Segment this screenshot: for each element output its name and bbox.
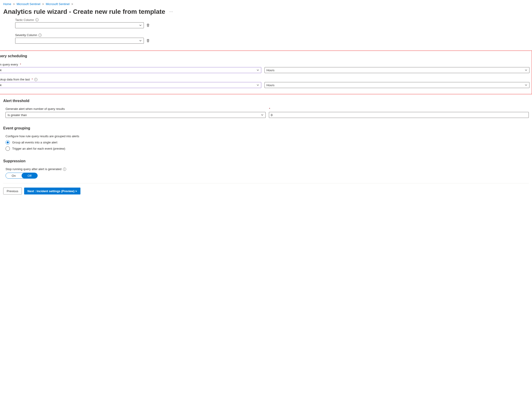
run-query-label: Run query every [0, 63, 18, 66]
radio-trigger-each[interactable]: Trigger an alert for each event (preview… [5, 146, 529, 151]
required-asterisk: * [32, 78, 33, 81]
suppression-toggle[interactable]: On Off [5, 173, 38, 179]
radio-group-single[interactable]: Group all events into a single alert [5, 140, 529, 145]
severity-column-dropdown[interactable] [15, 38, 144, 44]
chevron-down-icon [257, 69, 259, 72]
breadcrumb-home[interactable]: Home [3, 2, 11, 6]
breadcrumb-sentinel-2[interactable]: Microsoft Sentinel [46, 2, 69, 6]
radio-label: Group all events into a single alert [12, 141, 57, 144]
tactic-column-dropdown[interactable] [15, 22, 144, 28]
lookup-value-dropdown[interactable]: 24 [0, 82, 261, 88]
run-query-value-dropdown[interactable]: 24 [0, 67, 261, 73]
suppression-label: Stop running query after alert is genera… [5, 167, 62, 171]
delete-icon[interactable] [146, 39, 150, 42]
threshold-label: Generate alert when number of query resu… [5, 107, 265, 111]
next-button[interactable]: Next : Incident settings (Preview) > [24, 187, 81, 194]
chevron-down-icon [139, 39, 142, 42]
required-asterisk: * [269, 107, 529, 111]
query-scheduling-section: Query scheduling Run query every * 24 Ho… [0, 51, 532, 94]
info-icon[interactable]: i [34, 78, 37, 81]
threshold-value-input[interactable] [269, 112, 529, 118]
previous-button[interactable]: Previous [3, 187, 22, 194]
chevron-right-icon: > [72, 2, 73, 6]
toggle-off-label: Off [22, 173, 37, 178]
event-grouping-section: Event grouping Configure how rule query … [3, 126, 529, 151]
section-title-grouping: Event grouping [3, 126, 529, 130]
lookup-label: Lookup data from the last [0, 78, 30, 81]
breadcrumb-sentinel-1[interactable]: Microsoft Sentinel [16, 2, 40, 6]
chevron-right-icon: > [42, 2, 44, 6]
section-title-threshold: Alert threshold [3, 99, 529, 103]
required-asterisk: * [20, 63, 21, 66]
breadcrumb: Home > Microsoft Sentinel > Microsoft Se… [3, 2, 529, 6]
lookup-unit-dropdown[interactable]: Hours [264, 82, 530, 88]
radio-label: Trigger an alert for each event (preview… [12, 147, 65, 150]
info-icon[interactable]: i [38, 34, 41, 37]
page-title: Analytics rule wizard - Create new rule … [3, 8, 165, 16]
chevron-down-icon [525, 69, 527, 72]
threshold-operator-dropdown[interactable]: Is greater than [5, 112, 266, 118]
radio-icon [5, 140, 10, 145]
chevron-down-icon [139, 24, 142, 27]
chevron-right-icon: > [13, 2, 15, 6]
section-title-scheduling: Query scheduling [0, 54, 529, 58]
grouping-helper: Configure how rule query results are gro… [5, 135, 529, 138]
suppression-section: Suppression Stop running query after ale… [3, 159, 529, 179]
delete-icon[interactable] [146, 23, 150, 27]
more-icon[interactable]: ··· [169, 10, 173, 14]
severity-column-label: Severity Column [15, 33, 37, 37]
radio-icon [5, 146, 10, 151]
chevron-down-icon [261, 114, 263, 116]
alert-threshold-section: Alert threshold Generate alert when numb… [3, 99, 529, 118]
chevron-down-icon [257, 84, 259, 86]
run-query-unit-dropdown[interactable]: Hours [264, 67, 530, 73]
info-icon[interactable]: i [35, 18, 39, 21]
info-icon[interactable]: i [63, 168, 66, 171]
section-title-suppression: Suppression [3, 159, 529, 163]
chevron-down-icon [525, 84, 527, 86]
tactic-column-label: Tactic Column [15, 18, 34, 21]
toggle-on-label: On [6, 173, 22, 178]
